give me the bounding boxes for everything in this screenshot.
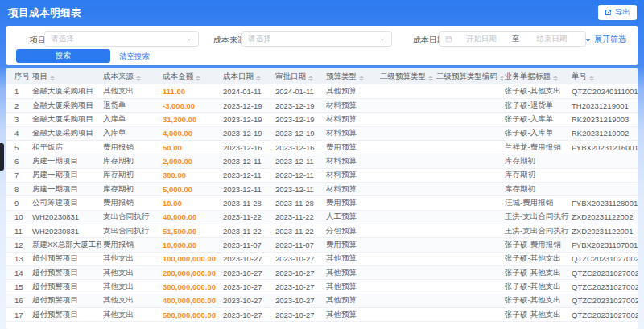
cell-doc_title: 兰祥龙-费用报销 <box>503 140 570 154</box>
column-header-doc_no[interactable]: 单号 <box>570 68 638 84</box>
sort-caret-icon[interactable] <box>136 76 141 82</box>
table-row[interactable]: 7房建一期项目库存期初300.002023-12-112023-12-11材料预… <box>6 168 638 182</box>
cell-doc_no: ZXD20231122002 <box>570 210 638 224</box>
expand-filters-link[interactable]: 展开筛选 <box>584 34 626 45</box>
cell-doc_title: 张子硕-其他支出 <box>503 308 570 322</box>
column-header-seq[interactable]: 序号 <box>6 68 31 84</box>
table-row[interactable]: 15超付预警项目其他支出300,000,000.002023-10-272023… <box>6 280 638 294</box>
cell-project: 和平饭店 <box>31 140 101 154</box>
cell-doc_title: 张子硕-入库单 <box>503 113 570 126</box>
cell-seq: 5 <box>6 140 31 154</box>
cell-amount: 31,200.00 <box>161 113 221 126</box>
sort-caret-icon[interactable] <box>50 76 55 82</box>
cell-budget_type: 其他预算 <box>324 252 378 265</box>
cell-source: 入库单 <box>101 113 161 126</box>
column-header-approval_date[interactable]: 审批日期 <box>274 68 324 84</box>
cell-source: 入库单 <box>101 126 161 140</box>
table-row[interactable]: 3金融大厦采购项目入库单31,200.002023-12-192023-12-1… <box>6 113 638 126</box>
cell-budget_type: 费用预算 <box>324 140 378 154</box>
cell-doc_title: 张子硕-其他支出 <box>503 294 570 307</box>
table-row[interactable]: 2金融大厦采购项目退货单-3,000.002023-12-192023-12-1… <box>6 98 638 112</box>
cell-cost_date: 2023-12-19 <box>221 126 274 140</box>
cell-project: 金融大厦采购项目 <box>31 126 101 140</box>
cell-amount: 111.00 <box>161 84 221 98</box>
table-row[interactable]: 9公司筹建项目费用报销10.002023-11-282023-11-28费用预算… <box>6 196 638 210</box>
cell-source: 其他支出 <box>101 294 161 307</box>
cell-budget_type: 其他预算 <box>324 84 378 98</box>
sort-caret-icon[interactable] <box>428 76 433 82</box>
cell-doc_no <box>570 182 638 195</box>
clear-search-link[interactable]: 清空搜索 <box>119 51 150 62</box>
column-header-project[interactable]: 项目 <box>31 68 101 84</box>
cell-project: 超付预警项目 <box>31 308 101 322</box>
floating-panel-handle[interactable] <box>0 143 4 171</box>
column-header-source[interactable]: 成本来源 <box>101 68 161 84</box>
cell-amount: 50.00 <box>161 140 221 154</box>
project-select[interactable]: 请选择 <box>44 31 199 47</box>
cell-sub_budget_type <box>378 154 435 168</box>
start-date-input[interactable]: 开始日期 <box>466 34 497 44</box>
table-row[interactable]: 5和平饭店费用报销50.002023-12-162023-12-16费用预算兰祥… <box>6 140 638 154</box>
cell-source: 其他支出 <box>101 265 161 279</box>
cell-sub_budget_code <box>435 126 503 140</box>
cell-amount: 300,000,000.00 <box>161 280 221 294</box>
column-header-doc_title[interactable]: 业务单据标题 <box>503 68 570 84</box>
table-row[interactable]: 10WH20230831支出合同执行40,000.002023-11-22202… <box>6 210 638 224</box>
sort-caret-icon[interactable] <box>589 76 594 82</box>
cell-doc_no: QTZC20231027002 <box>570 265 638 279</box>
cell-amount: 2,000.00 <box>161 154 221 168</box>
table-row[interactable]: 4金融大厦采购项目入库单4,000.002023-12-192023-12-19… <box>6 126 638 140</box>
sort-caret-icon[interactable] <box>308 76 313 82</box>
cell-seq: 3 <box>6 113 31 126</box>
cell-doc_no: RK20231219003 <box>570 113 638 126</box>
sort-caret-icon[interactable] <box>256 76 261 82</box>
sort-caret-icon[interactable] <box>500 76 503 82</box>
cell-approval_date: 2023-11-28 <box>274 196 324 210</box>
table-row[interactable]: 14超付预警项目其他支出200,000,000.002023-10-272023… <box>6 265 638 279</box>
cell-amount: 5,000.00 <box>161 182 221 195</box>
column-header-sub_budget_type[interactable]: 二级预算类型 <box>378 68 435 84</box>
cell-sub_budget_type <box>378 308 435 322</box>
cell-sub_budget_type <box>378 265 435 279</box>
cell-project: 金融大厦采购项目 <box>31 84 101 98</box>
column-header-sub_budget_code[interactable]: 二级预算类型编码 <box>435 68 503 84</box>
end-date-input[interactable]: 结束日期 <box>537 34 568 44</box>
cell-approval_date: 2023-10-27 <box>274 265 324 279</box>
date-range-separator: 至 <box>512 34 520 44</box>
table-row[interactable]: 13超付预警项目其他支出100,000,000.002023-10-272023… <box>6 252 638 265</box>
cell-sub_budget_code <box>435 168 503 182</box>
cell-cost_date: 2023-10-27 <box>221 280 274 294</box>
cell-cost_date: 2023-12-16 <box>221 140 274 154</box>
cell-sub_budget_code <box>435 98 503 112</box>
sort-caret-icon[interactable] <box>196 76 200 82</box>
search-button[interactable]: 搜索 <box>16 49 110 63</box>
cell-budget_type: 其他预算 <box>324 265 378 279</box>
table-row[interactable]: 17超付预警项目其他支出500,000,000.002023-10-272023… <box>6 308 638 322</box>
export-button[interactable]: 导出 <box>598 5 637 20</box>
table-row[interactable]: 16超付预警项目其他支出400,000,000.002023-10-272023… <box>6 294 638 307</box>
sort-caret-icon[interactable] <box>553 76 558 82</box>
cell-doc_no: FYBX20231128001 <box>570 196 638 210</box>
cell-budget_type: 分包预算 <box>324 224 378 237</box>
cost-date-range-picker[interactable]: 开始日期 至 结束日期 <box>439 31 586 47</box>
cell-doc_no: QTZC20231027002 <box>570 252 638 265</box>
table-row[interactable]: 1金融大厦采购项目其他支出111.002024-01-112024-01-11其… <box>6 84 638 98</box>
column-header-amount[interactable]: 成本金额 <box>161 68 221 84</box>
cell-approval_date: 2023-12-19 <box>274 126 324 140</box>
column-header-cost_date[interactable]: 成本日期 <box>221 68 274 84</box>
cell-budget_type: 材料预算 <box>324 154 378 168</box>
table-row[interactable]: 8房建一期项目库存期初5,000.002023-12-112023-12-11材… <box>6 182 638 195</box>
cell-amount: 40,000.00 <box>161 210 221 224</box>
sort-caret-icon[interactable] <box>359 76 364 82</box>
cell-project: 超付预警项目 <box>31 294 101 307</box>
cell-doc_no: FYBX20231216001 <box>570 140 638 154</box>
table-row[interactable]: 11WH20230831支出合同执行51,500.002023-11-22202… <box>6 224 638 237</box>
cell-sub_budget_code <box>435 140 503 154</box>
cell-project: 超付预警项目 <box>31 252 101 265</box>
cost-source-select[interactable]: 请选择 <box>242 31 392 47</box>
column-header-budget_type[interactable]: 预算类型 <box>324 68 378 84</box>
cell-amount: 10,000.00 <box>161 238 221 252</box>
cell-source: 其他支出 <box>101 280 161 294</box>
table-row[interactable]: 6房建一期项目库存期初2,000.002023-12-112023-12-11材… <box>6 154 638 168</box>
table-row[interactable]: 12新建XX总部大厦工程二期费用报销10,000.002023-11-07202… <box>6 238 638 252</box>
